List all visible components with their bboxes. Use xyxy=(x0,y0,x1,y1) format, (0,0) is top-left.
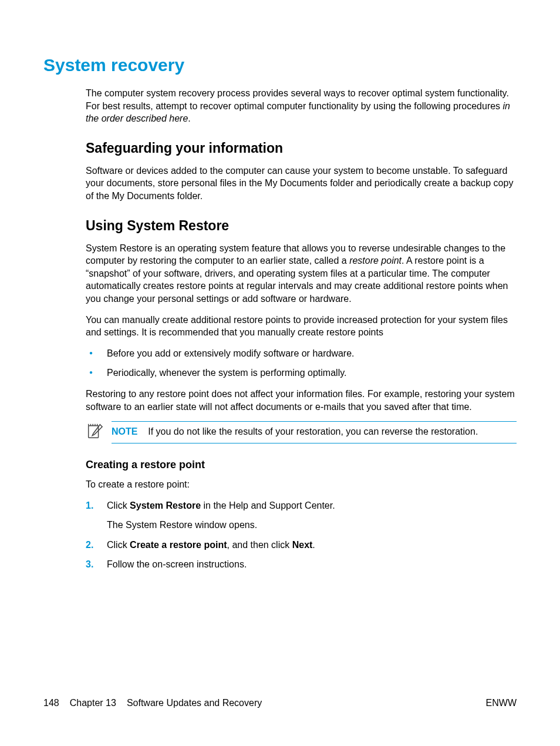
chapter-label: Chapter 13 xyxy=(70,698,116,708)
intro-paragraph: The computer system recovery process pro… xyxy=(86,87,517,125)
restore-p1b: restore point xyxy=(349,256,402,266)
step-text: . xyxy=(312,540,315,550)
note-icon xyxy=(86,421,112,442)
section-restore-p3: Restoring to any restore point does not … xyxy=(86,388,517,413)
section-restore-p1: System Restore is an operating system fe… xyxy=(86,242,517,305)
page-title: System recovery xyxy=(43,55,517,75)
step-bold: Next xyxy=(292,540,313,550)
note-body: If you do not like the results of your r… xyxy=(148,426,478,436)
step-text: Click xyxy=(107,500,130,510)
bullet-item: Periodically, whenever the system is per… xyxy=(86,367,517,379)
step-item: Follow the on-screen instructions. xyxy=(86,558,517,571)
note-block: NOTE If you do not like the results of y… xyxy=(86,421,517,443)
section-restore-p2: You can manually create additional resto… xyxy=(86,314,517,339)
step-bold: System Restore xyxy=(130,500,201,510)
intro-text-a: The computer system recovery process pro… xyxy=(86,88,509,111)
step-item: Click Create a restore point, and then c… xyxy=(86,539,517,552)
step-text: , and then click xyxy=(227,540,292,550)
document-page: System recovery The computer system reco… xyxy=(0,0,560,746)
bullet-list: Before you add or extensively modify sof… xyxy=(86,347,517,379)
section-safeguarding-heading: Safeguarding your information xyxy=(86,140,517,156)
footer-left: 148 Chapter 13 Software Updates and Reco… xyxy=(43,698,262,708)
subsection-heading: Creating a restore point xyxy=(86,459,517,471)
bullet-item: Before you add or extensively modify sof… xyxy=(86,347,517,360)
section-safeguarding-body: Software or devices added to the compute… xyxy=(86,164,517,203)
page-number: 148 xyxy=(43,698,59,708)
subsection-intro: To create a restore point: xyxy=(86,478,517,491)
content-area: System recovery The computer system reco… xyxy=(43,55,517,579)
step-item: Click System Restore in the Help and Sup… xyxy=(86,499,517,532)
step-subbody: The System Restore window opens. xyxy=(107,519,517,532)
chapter-title: Software Updates and Recovery xyxy=(127,698,262,708)
note-label: NOTE xyxy=(112,426,137,436)
page-footer: 148 Chapter 13 Software Updates and Reco… xyxy=(43,698,517,708)
body-indent: The computer system recovery process pro… xyxy=(86,87,517,571)
note-text xyxy=(140,426,148,436)
footer-right: ENWW xyxy=(486,698,517,708)
step-text: in the Help and Support Center. xyxy=(201,500,335,510)
note-content: NOTE If you do not like the results of y… xyxy=(112,421,517,443)
step-bold: Create a restore point xyxy=(130,540,227,550)
intro-text-c: . xyxy=(188,113,190,123)
section-restore-heading: Using System Restore xyxy=(86,218,517,234)
ordered-steps: Click System Restore in the Help and Sup… xyxy=(86,499,517,571)
step-text: Click xyxy=(107,540,130,550)
